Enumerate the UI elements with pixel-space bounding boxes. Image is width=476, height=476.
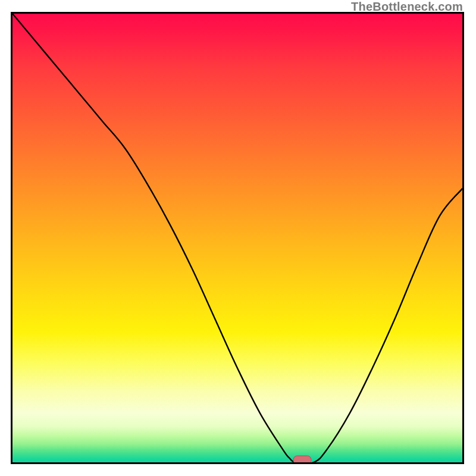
frame-border-bottom	[11, 462, 464, 464]
bottleneck-curve	[12, 14, 462, 462]
optimal-point-marker	[293, 456, 311, 462]
frame-border-right	[462, 12, 464, 464]
chart-stage: TheBottleneck.com	[0, 0, 476, 476]
plot-area	[12, 14, 462, 462]
